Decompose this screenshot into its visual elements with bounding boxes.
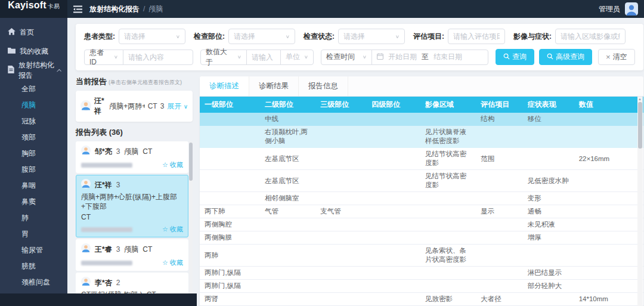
table-cell[interactable]: 相邻侧脑室 <box>260 192 315 205</box>
table-cell[interactable] <box>476 170 522 192</box>
table-cell[interactable]: 未见积液 <box>523 218 574 231</box>
table-cell[interactable]: 见条索状、条片状高密度影 <box>420 245 476 267</box>
menu-collapse-icon[interactable] <box>73 5 82 13</box>
table-cell[interactable]: 中线 <box>260 113 315 126</box>
table-cell[interactable]: 两肺门,纵隔 <box>200 280 260 293</box>
table-cell[interactable]: 两侧胸膜 <box>200 231 260 245</box>
tab-diagnosis-description[interactable]: 诊断描述 <box>200 76 249 96</box>
table-cell[interactable] <box>367 293 420 306</box>
sidebar-item-腹部[interactable]: 腹部 <box>0 162 67 178</box>
table-cell[interactable]: 支气管 <box>315 205 367 218</box>
clear-button[interactable]: × 清空 <box>598 49 635 65</box>
table-cell[interactable]: 变形 <box>523 192 574 205</box>
sidebar-item-favorites[interactable]: 我的收藏 <box>0 42 67 61</box>
sidebar-item-胃[interactable]: 胃 <box>0 226 67 242</box>
table-cell[interactable] <box>367 205 420 218</box>
table-cell[interactable] <box>367 245 420 267</box>
favorite-button[interactable]: ☆ 收藏 <box>162 258 183 267</box>
table-cell[interactable] <box>200 170 260 192</box>
table-cell[interactable] <box>260 293 315 306</box>
scrollbar-thumb[interactable] <box>638 102 642 149</box>
table-cell[interactable]: 淋巴结显示 <box>523 267 574 280</box>
table-cell[interactable]: 增厚 <box>523 231 574 245</box>
table-cell[interactable] <box>200 126 260 148</box>
table-cell[interactable] <box>476 192 522 205</box>
sidebar-item-膀胱[interactable]: 膀胱 <box>0 258 67 274</box>
sidebar-item-冠脉[interactable]: 冠脉 <box>0 113 67 129</box>
breadcrumb-root[interactable]: 放射结构化报告 <box>89 4 140 14</box>
table-cell[interactable] <box>367 267 420 280</box>
favorite-button[interactable]: ☆ 收藏 <box>162 160 183 169</box>
table-cell[interactable]: 显示 <box>476 205 522 218</box>
table-cell[interactable] <box>315 113 367 126</box>
sidebar-item-颈部[interactable]: 颈部 <box>0 129 67 146</box>
table-cell[interactable] <box>574 218 643 231</box>
table-cell[interactable] <box>574 192 643 205</box>
table-cell[interactable] <box>420 218 476 231</box>
sidebar-item-structured-report[interactable]: 放射结构化报告 <box>0 61 67 80</box>
date-range-picker[interactable]: 开始日期 至 结束日期 <box>371 50 488 65</box>
table-cell[interactable] <box>260 245 315 267</box>
table-cell[interactable] <box>574 170 643 192</box>
table-cell[interactable]: 两肺 <box>200 245 260 267</box>
table-cell[interactable] <box>367 126 420 148</box>
table-cell[interactable] <box>367 231 420 245</box>
table-cell[interactable] <box>476 218 522 231</box>
table-cell[interactable] <box>260 267 315 280</box>
table-cell[interactable] <box>315 192 367 205</box>
table-cell[interactable] <box>200 192 260 205</box>
table-cell[interactable] <box>260 218 315 231</box>
advanced-search-button[interactable]: 高级查询 <box>539 49 592 65</box>
search-button[interactable]: 查询 <box>496 49 534 65</box>
table-cell[interactable] <box>476 126 522 148</box>
table-cell[interactable] <box>315 245 367 267</box>
table-cell[interactable] <box>260 280 315 293</box>
scrollbar-thumb[interactable] <box>189 143 193 181</box>
value-input[interactable] <box>252 53 275 61</box>
table-cell[interactable] <box>523 245 574 267</box>
table-cell[interactable] <box>476 280 522 293</box>
table-cell[interactable] <box>420 267 476 280</box>
table-cell[interactable] <box>200 113 260 126</box>
sidebar-item-输尿管[interactable]: 输尿管 <box>0 242 67 258</box>
table-cell[interactable] <box>315 267 367 280</box>
table-cell[interactable] <box>315 231 367 245</box>
table-cell[interactable] <box>574 245 643 267</box>
table-cell[interactable] <box>260 231 315 245</box>
current-report-card[interactable]: 汪*祥 颅脑+两肺+心... CT 3 展开 ∨ <box>76 91 193 122</box>
table-cell[interactable] <box>420 192 476 205</box>
image-symptom-input[interactable] <box>561 32 620 41</box>
patient-id-input[interactable] <box>128 53 188 61</box>
sidebar-item-颅脑[interactable]: 颅脑 <box>0 97 67 113</box>
table-cell[interactable]: 见致密影 <box>420 293 476 306</box>
table-cell[interactable]: 两肾 <box>200 293 260 306</box>
tab-diagnosis-result[interactable]: 诊断结果 <box>249 76 299 96</box>
table-cell[interactable]: 见结节状高密度影 <box>420 170 476 192</box>
table-cell[interactable]: 左基底节区 <box>260 148 315 170</box>
sidebar-item-全部[interactable]: 全部 <box>0 81 67 97</box>
table-cell[interactable] <box>420 113 476 126</box>
exam-status-select[interactable]: 请选择 ∨ <box>338 29 405 44</box>
table-cell[interactable] <box>315 170 367 192</box>
table-cell[interactable]: 两下肺 <box>200 205 260 218</box>
table-cell[interactable]: 见低密度水肿 <box>523 170 574 192</box>
table-cell[interactable] <box>574 113 643 126</box>
time-type-select[interactable]: 检查时间 ∨ <box>321 50 372 65</box>
list-scrollbar[interactable] <box>189 141 193 305</box>
table-cell[interactable]: 两肺门,纵隔 <box>200 267 260 280</box>
table-cell[interactable] <box>574 231 643 245</box>
table-cell[interactable] <box>574 280 643 293</box>
table-cell[interactable] <box>476 231 522 245</box>
unit-select[interactable]: 单位 ∨ <box>280 50 314 65</box>
table-cell[interactable]: 范围 <box>476 148 522 170</box>
table-scrollbar[interactable]: ▲ ▼ <box>637 97 643 306</box>
report-list-item[interactable]: 汪*祥3颅脑+两肺+心脏(纵隔)+上腹部+下腹部CT☆ 收藏 <box>76 175 188 237</box>
admin-avatar[interactable] <box>625 2 638 16</box>
scroll-up-icon[interactable]: ▲ <box>638 97 642 101</box>
table-cell[interactable] <box>315 280 367 293</box>
assessment-item-input[interactable] <box>453 32 500 41</box>
table-cell[interactable]: 见片状脑脊液样低密度影 <box>420 126 476 148</box>
table-cell[interactable]: 两侧胸腔 <box>200 218 260 231</box>
sidebar-item-鼻咽[interactable]: 鼻咽 <box>0 178 67 194</box>
table-cell[interactable]: 大者径 <box>476 293 522 306</box>
